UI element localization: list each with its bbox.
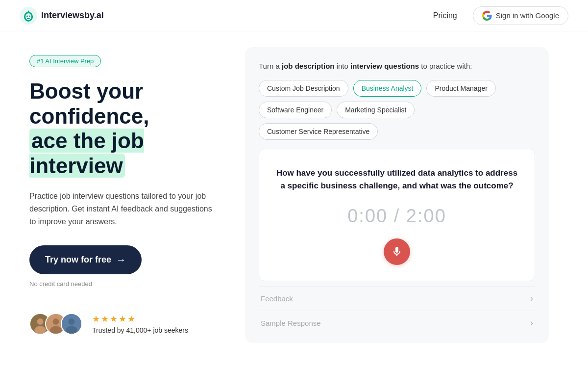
- headline-line2: confidence,: [29, 104, 149, 128]
- intro-text: Turn a job description into interview qu…: [259, 61, 535, 71]
- question-card: How have you successfully utilized data …: [259, 149, 535, 281]
- svg-point-11: [37, 318, 44, 325]
- svg-point-3: [26, 15, 28, 17]
- social-proof: ★★★★★ Trusted by 41,000+ job seekers: [29, 313, 216, 335]
- tag-customer-service-representative[interactable]: Customer Service Representative: [259, 123, 378, 140]
- svg-point-2: [25, 13, 31, 20]
- cta-button[interactable]: Try now for free →: [29, 245, 142, 274]
- tag-marketing-specialist[interactable]: Marketing Specialist: [337, 102, 415, 118]
- svg-point-7: [28, 10, 29, 12]
- left-panel: #1 AI Interview Prep Boost your confiden…: [0, 31, 235, 368]
- no-credit-text: No credit card needed: [29, 280, 216, 288]
- badge: #1 AI Interview Prep: [29, 55, 101, 67]
- tag-business-analyst[interactable]: Business Analyst: [353, 80, 422, 97]
- sample-chevron-icon: ›: [530, 318, 533, 328]
- headline: Boost your confidence, ace the job inter…: [29, 79, 216, 178]
- intro-bold-1: job description: [282, 62, 335, 70]
- timer: 0:00 / 2:00: [273, 206, 521, 227]
- right-panel: Turn a job description into interview qu…: [235, 31, 588, 368]
- google-icon: [482, 11, 492, 21]
- tags-container: Custom Job DescriptionBusiness AnalystPr…: [259, 80, 535, 140]
- demo-card: Turn a job description into interview qu…: [245, 47, 549, 343]
- intro-bold-2: interview questions: [350, 62, 419, 70]
- sample-label: Sample Response: [261, 319, 321, 327]
- logo-link[interactable]: interviewsby.ai: [20, 7, 104, 25]
- mic-icon: [391, 246, 403, 258]
- headline-line1: Boost your: [29, 79, 143, 103]
- social-text: ★★★★★ Trusted by 41,000+ job seekers: [92, 314, 188, 334]
- main-content: #1 AI Interview Prep Boost your confiden…: [0, 31, 588, 368]
- feedback-row[interactable]: Feedback ›: [259, 286, 535, 311]
- svg-rect-5: [27, 18, 30, 19]
- cta-label: Try now for free: [45, 255, 111, 265]
- signin-label: Sign in with Google: [496, 11, 559, 20]
- navbar: interviewsby.ai Pricing Sign in with Goo…: [0, 0, 588, 31]
- trust-text: Trusted by 41,000+ job seekers: [92, 326, 188, 334]
- feedback-label: Feedback: [261, 294, 293, 303]
- avatars: [29, 313, 76, 335]
- intro-text-2: into: [334, 62, 350, 70]
- subtext: Practice job interview questions tailore…: [29, 190, 216, 228]
- headline-highlight: ace the job interview: [29, 129, 144, 178]
- logo-text: interviewsby.ai: [41, 10, 104, 21]
- svg-rect-9: [31, 16, 33, 18]
- feedback-chevron-icon: ›: [530, 293, 533, 304]
- tag-custom-job-description[interactable]: Custom Job Description: [259, 80, 348, 97]
- google-signin-button[interactable]: Sign in with Google: [473, 6, 568, 25]
- svg-point-4: [29, 15, 30, 17]
- tag-software-engineer[interactable]: Software Engineer: [259, 102, 332, 118]
- svg-rect-8: [24, 16, 25, 18]
- svg-point-14: [53, 318, 59, 325]
- nav-right: Pricing Sign in with Google: [433, 6, 568, 25]
- intro-text-1: Turn a: [259, 62, 282, 70]
- svg-point-17: [69, 318, 75, 325]
- question-text: How have you successfully utilized data …: [273, 167, 521, 192]
- arrow-icon: →: [116, 254, 126, 265]
- pricing-link[interactable]: Pricing: [433, 11, 457, 20]
- intro-text-3: to practice with:: [419, 62, 472, 70]
- mic-button-container: [273, 238, 521, 265]
- logo-icon: [20, 7, 37, 25]
- mic-button[interactable]: [384, 238, 410, 265]
- avatar-3: [61, 313, 82, 335]
- stars: ★★★★★: [92, 314, 188, 324]
- tag-product-manager[interactable]: Product Manager: [426, 80, 495, 97]
- sample-row[interactable]: Sample Response ›: [259, 311, 535, 335]
